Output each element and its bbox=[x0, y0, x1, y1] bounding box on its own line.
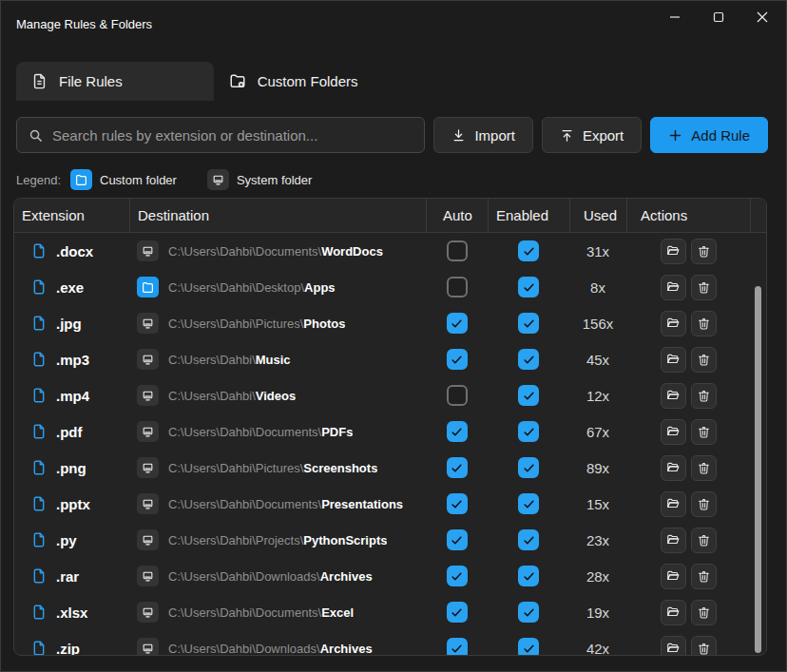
delete-rule-button[interactable] bbox=[691, 239, 717, 264]
open-folder-button[interactable] bbox=[661, 564, 686, 589]
open-folder-button[interactable] bbox=[661, 239, 686, 264]
used-count: 12x bbox=[586, 388, 609, 404]
legend: Legend: Custom folder System folder bbox=[16, 168, 335, 191]
system-folder-icon bbox=[207, 169, 229, 190]
delete-rule-button[interactable] bbox=[691, 419, 717, 445]
table-row: .pptx C:\Users\Dahbi\Documents\Presentat… bbox=[14, 486, 766, 522]
table-row: .mp4 C:\Users\Dahbi\Videos 12x bbox=[14, 377, 766, 413]
maximize-button[interactable] bbox=[697, 1, 740, 33]
tab-bar: File Rules Custom Folders bbox=[16, 62, 383, 101]
enabled-checkbox[interactable] bbox=[518, 602, 539, 623]
enabled-checkbox[interactable] bbox=[518, 385, 539, 406]
file-type-icon bbox=[31, 352, 47, 367]
auto-checkbox[interactable] bbox=[447, 349, 468, 370]
auto-checkbox[interactable] bbox=[447, 385, 468, 406]
tab-file-rules[interactable]: File Rules bbox=[16, 62, 214, 101]
delete-rule-button[interactable] bbox=[691, 347, 717, 373]
used-count: 8x bbox=[590, 279, 605, 296]
delete-rule-button[interactable] bbox=[691, 564, 717, 589]
table-row: .py C:\Users\Dahbi\Projects\PythonScript… bbox=[14, 522, 766, 558]
file-type-icon bbox=[31, 243, 47, 259]
enabled-checkbox[interactable] bbox=[518, 349, 539, 370]
toolbar: Import Export Add Rule bbox=[16, 117, 768, 153]
delete-rule-button[interactable] bbox=[691, 455, 717, 481]
used-count: 67x bbox=[586, 424, 609, 440]
open-folder-button[interactable] bbox=[661, 419, 686, 445]
enabled-checkbox[interactable] bbox=[518, 493, 539, 514]
destination-path: C:\Users\Dahbi\Documents\Presentations bbox=[168, 497, 403, 511]
maximize-icon bbox=[713, 11, 724, 23]
legend-system-folder: System folder bbox=[207, 169, 312, 190]
delete-rule-button[interactable] bbox=[691, 528, 717, 553]
import-button[interactable]: Import bbox=[433, 117, 533, 153]
extension-label: .jpg bbox=[56, 316, 82, 332]
used-count: 156x bbox=[583, 316, 614, 332]
tab-label: File Rules bbox=[59, 73, 123, 89]
column-header-enabled: Enabled bbox=[488, 199, 569, 232]
open-folder-button[interactable] bbox=[661, 600, 686, 625]
auto-checkbox[interactable] bbox=[447, 277, 468, 298]
system-folder-icon bbox=[137, 240, 159, 261]
tab-custom-folders[interactable]: Custom Folders bbox=[214, 62, 383, 101]
document-icon bbox=[31, 73, 48, 89]
open-folder-button[interactable] bbox=[661, 383, 686, 409]
auto-checkbox[interactable] bbox=[447, 566, 468, 586]
open-folder-button[interactable] bbox=[661, 311, 686, 336]
auto-checkbox[interactable] bbox=[447, 421, 468, 442]
open-folder-button[interactable] bbox=[661, 636, 686, 657]
extension-label: .mp3 bbox=[56, 352, 89, 368]
enabled-checkbox[interactable] bbox=[518, 421, 539, 442]
delete-rule-button[interactable] bbox=[691, 491, 717, 517]
table-row: .exe C:\Users\Dahbi\Desktop\Apps 8x bbox=[14, 269, 766, 305]
delete-rule-button[interactable] bbox=[691, 383, 717, 409]
delete-rule-button[interactable] bbox=[691, 600, 717, 625]
auto-checkbox[interactable] bbox=[447, 313, 468, 334]
export-icon bbox=[560, 128, 574, 143]
delete-rule-button[interactable] bbox=[691, 275, 717, 300]
destination-path: C:\Users\Dahbi\Pictures\Photos bbox=[168, 317, 345, 331]
extension-label: .rar bbox=[56, 568, 79, 585]
column-header-actions: Actions bbox=[626, 199, 750, 232]
open-folder-button[interactable] bbox=[661, 528, 686, 553]
destination-path: C:\Users\Dahbi\Documents\WordDocs bbox=[168, 244, 383, 259]
delete-rule-button[interactable] bbox=[691, 311, 717, 336]
open-folder-button[interactable] bbox=[661, 491, 686, 517]
close-button[interactable] bbox=[740, 1, 784, 33]
extension-label: .png bbox=[56, 460, 86, 476]
plus-icon bbox=[668, 128, 682, 143]
used-count: 42x bbox=[586, 641, 609, 657]
vertical-scrollbar-thumb[interactable] bbox=[755, 286, 761, 653]
enabled-checkbox[interactable] bbox=[518, 313, 539, 334]
legend-label: Legend: bbox=[16, 173, 61, 187]
file-type-icon bbox=[31, 279, 47, 295]
extension-label: .docx bbox=[56, 243, 93, 259]
export-button[interactable]: Export bbox=[542, 117, 642, 153]
import-label: Import bbox=[474, 127, 515, 144]
search-box[interactable] bbox=[16, 117, 425, 153]
column-header-auto: Auto bbox=[426, 199, 488, 232]
auto-checkbox[interactable] bbox=[447, 240, 468, 261]
add-rule-button[interactable]: Add Rule bbox=[650, 117, 768, 153]
delete-rule-button[interactable] bbox=[691, 636, 717, 657]
enabled-checkbox[interactable] bbox=[518, 529, 539, 550]
used-count: 23x bbox=[586, 532, 609, 548]
export-label: Export bbox=[583, 127, 624, 144]
column-header-used: Used bbox=[569, 199, 626, 232]
enabled-checkbox[interactable] bbox=[518, 566, 539, 586]
enabled-checkbox[interactable] bbox=[518, 277, 539, 298]
auto-checkbox[interactable] bbox=[447, 638, 468, 656]
auto-checkbox[interactable] bbox=[447, 529, 468, 550]
enabled-checkbox[interactable] bbox=[518, 457, 539, 478]
search-input[interactable] bbox=[52, 127, 413, 144]
extension-label: .exe bbox=[56, 279, 84, 296]
auto-checkbox[interactable] bbox=[447, 493, 468, 514]
auto-checkbox[interactable] bbox=[447, 457, 468, 478]
auto-checkbox[interactable] bbox=[447, 602, 468, 623]
custom-folder-icon bbox=[137, 277, 159, 298]
minimize-button[interactable] bbox=[653, 1, 697, 33]
open-folder-button[interactable] bbox=[661, 455, 686, 481]
enabled-checkbox[interactable] bbox=[518, 240, 539, 261]
open-folder-button[interactable] bbox=[661, 275, 686, 300]
open-folder-button[interactable] bbox=[661, 347, 686, 373]
enabled-checkbox[interactable] bbox=[518, 638, 539, 656]
